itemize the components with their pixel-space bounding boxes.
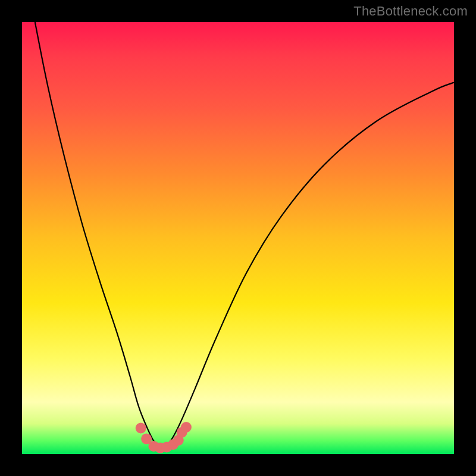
curve-marker <box>136 422 146 433</box>
chart-svg <box>22 22 454 454</box>
marker-group <box>136 422 192 453</box>
outer-frame: TheBottleneck.com <box>0 0 476 476</box>
chart-plot-area <box>22 22 454 454</box>
watermark-text: TheBottleneck.com <box>353 4 468 19</box>
bottleneck-curve <box>35 22 454 448</box>
curve-marker <box>181 422 192 433</box>
